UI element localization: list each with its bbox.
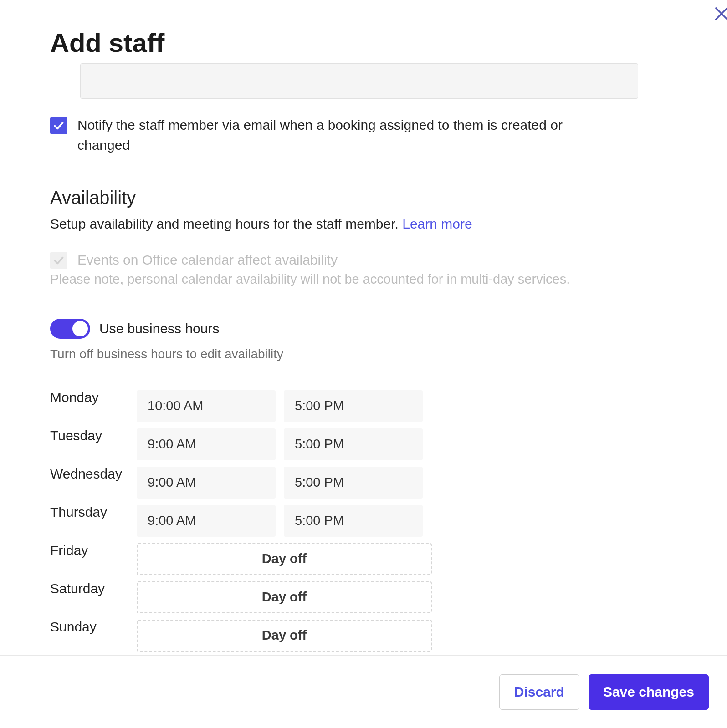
learn-more-link[interactable]: Learn more [402,216,472,231]
schedule-table: Monday10:00 AM5:00 PMTuesday9:00 AM5:00 … [50,387,660,655]
add-staff-panel: Add staff Notify the staff member via em… [0,0,727,728]
notify-label: Notify the staff member via email when a… [77,115,615,155]
events-row: Events on Office calendar affect availab… [50,250,660,270]
page-title: Add staff [50,27,660,58]
close-icon[interactable] [712,5,727,26]
day-label: Tuesday [50,425,137,443]
schedule-row: SaturdayDay off [50,578,660,616]
panel-content: Add staff Notify the staff member via em… [50,27,660,655]
end-time-select[interactable]: 5:00 PM [284,505,423,537]
start-time-select[interactable]: 9:00 AM [137,505,276,537]
schedule-row: SundayDay off [50,616,660,655]
events-note: Please note, personal calendar availabil… [50,272,660,287]
day-label: Thursday [50,502,137,520]
use-business-hours-toggle[interactable] [50,319,90,339]
panel-footer: Discard Save changes [0,655,727,728]
save-button[interactable]: Save changes [589,674,709,710]
end-time-select[interactable]: 5:00 PM [284,390,423,422]
notify-checkbox[interactable] [50,117,67,134]
end-time-select[interactable]: 5:00 PM [284,467,423,499]
availability-heading: Availability [50,188,660,208]
schedule-row: Wednesday9:00 AM5:00 PM [50,463,660,502]
availability-subtext-text: Setup availability and meeting hours for… [50,216,399,231]
toggle-knob [72,321,88,336]
start-time-select[interactable]: 9:00 AM [137,428,276,460]
start-time-select[interactable]: 10:00 AM [137,390,276,422]
day-off-box: Day off [137,581,432,613]
day-off-box: Day off [137,543,432,575]
schedule-row: Tuesday9:00 AM5:00 PM [50,425,660,463]
availability-subtext: Setup availability and meeting hours for… [50,216,660,232]
discard-button[interactable]: Discard [499,674,579,710]
day-label: Sunday [50,616,137,635]
day-label: Friday [50,540,137,558]
schedule-row: Thursday9:00 AM5:00 PM [50,502,660,540]
day-label: Saturday [50,578,137,596]
events-checkbox [50,252,67,269]
day-off-box: Day off [137,620,432,652]
day-label: Monday [50,387,137,405]
notify-row: Notify the staff member via email when a… [50,115,660,155]
start-time-select[interactable]: 9:00 AM [137,467,276,499]
use-business-hours-row: Use business hours [50,319,660,339]
role-description-box [80,63,638,99]
use-business-hours-label: Use business hours [99,321,219,336]
business-hours-note: Turn off business hours to edit availabi… [50,347,660,361]
day-label: Wednesday [50,463,137,482]
schedule-row: FridayDay off [50,540,660,578]
end-time-select[interactable]: 5:00 PM [284,428,423,460]
events-label: Events on Office calendar affect availab… [77,250,338,270]
schedule-row: Monday10:00 AM5:00 PM [50,387,660,425]
